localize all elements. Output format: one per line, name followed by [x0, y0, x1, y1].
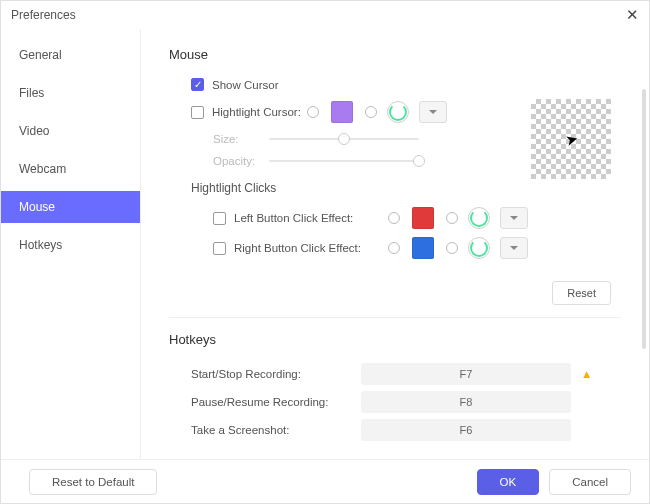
left-click-label: Left Button Click Effect: — [234, 212, 384, 224]
highlight-cursor-dropdown[interactable] — [419, 101, 447, 123]
right-click-color-swatch[interactable] — [412, 237, 434, 259]
hotkey-start-stop-label: Start/Stop Recording: — [191, 368, 361, 380]
dialog-footer: Reset to Default OK Cancel — [1, 459, 649, 503]
highlight-cursor-label: Hightlight Cursor: — [212, 106, 301, 118]
highlight-cursor-checkbox[interactable] — [191, 106, 204, 119]
size-label: Size: — [213, 133, 263, 145]
left-click-color-swatch[interactable] — [412, 207, 434, 229]
highlight-clicks-heading: Hightlight Clicks — [191, 181, 621, 195]
preferences-dialog: Preferences ✕ General Files Video Webcam… — [0, 0, 650, 504]
cursor-preview: ➤ — [531, 99, 611, 179]
left-click-spinner-icon[interactable] — [468, 207, 490, 229]
hotkey-start-stop-field[interactable] — [361, 363, 571, 385]
cancel-button[interactable]: Cancel — [549, 469, 631, 495]
close-icon[interactable]: ✕ — [626, 6, 639, 24]
right-click-solid-radio[interactable] — [388, 242, 400, 254]
show-cursor-checkbox[interactable] — [191, 78, 204, 91]
titlebar: Preferences ✕ — [1, 1, 649, 29]
hotkey-pause-resume-field[interactable] — [361, 391, 571, 413]
highlight-cursor-solid-radio[interactable] — [307, 106, 319, 118]
hotkey-screenshot-label: Take a Screenshot: — [191, 424, 361, 436]
sidebar-item-hotkeys[interactable]: Hotkeys — [1, 229, 140, 261]
section-divider — [169, 317, 621, 318]
cursor-icon: ➤ — [562, 129, 579, 150]
hotkeys-heading: Hotkeys — [169, 332, 621, 347]
dialog-title: Preferences — [11, 8, 76, 22]
sidebar-item-webcam[interactable]: Webcam — [1, 153, 140, 185]
show-cursor-label: Show Cursor — [212, 79, 278, 91]
scrollbar[interactable] — [642, 89, 646, 349]
highlight-cursor-color-swatch[interactable] — [331, 101, 353, 123]
sidebar-item-video[interactable]: Video — [1, 115, 140, 147]
right-click-spinner-icon[interactable] — [468, 237, 490, 259]
left-click-solid-radio[interactable] — [388, 212, 400, 224]
left-click-spinner-radio[interactable] — [446, 212, 458, 224]
mouse-heading: Mouse — [169, 47, 621, 62]
reset-button[interactable]: Reset — [552, 281, 611, 305]
opacity-label: Opacity: — [213, 155, 263, 167]
right-click-checkbox[interactable] — [213, 242, 226, 255]
sidebar-item-mouse[interactable]: Mouse — [1, 191, 140, 223]
sidebar-item-general[interactable]: General — [1, 39, 140, 71]
hotkey-screenshot-field[interactable] — [361, 419, 571, 441]
left-click-dropdown[interactable] — [500, 207, 528, 229]
size-slider[interactable] — [269, 138, 419, 140]
sidebar: General Files Video Webcam Mouse Hotkeys — [1, 29, 141, 459]
ok-button[interactable]: OK — [477, 469, 540, 495]
opacity-slider[interactable] — [269, 160, 419, 162]
right-click-spinner-radio[interactable] — [446, 242, 458, 254]
right-click-label: Right Button Click Effect: — [234, 242, 384, 254]
highlight-cursor-spinner-radio[interactable] — [365, 106, 377, 118]
content-panel: Mouse Show Cursor Hightlight Cursor: Siz — [141, 29, 649, 459]
hotkey-pause-resume-label: Pause/Resume Recording: — [191, 396, 361, 408]
reset-to-default-button[interactable]: Reset to Default — [29, 469, 157, 495]
highlight-cursor-spinner-icon[interactable] — [387, 101, 409, 123]
right-click-dropdown[interactable] — [500, 237, 528, 259]
sidebar-item-files[interactable]: Files — [1, 77, 140, 109]
warning-icon: ▲ — [581, 368, 592, 380]
dialog-body: General Files Video Webcam Mouse Hotkeys… — [1, 29, 649, 459]
left-click-checkbox[interactable] — [213, 212, 226, 225]
